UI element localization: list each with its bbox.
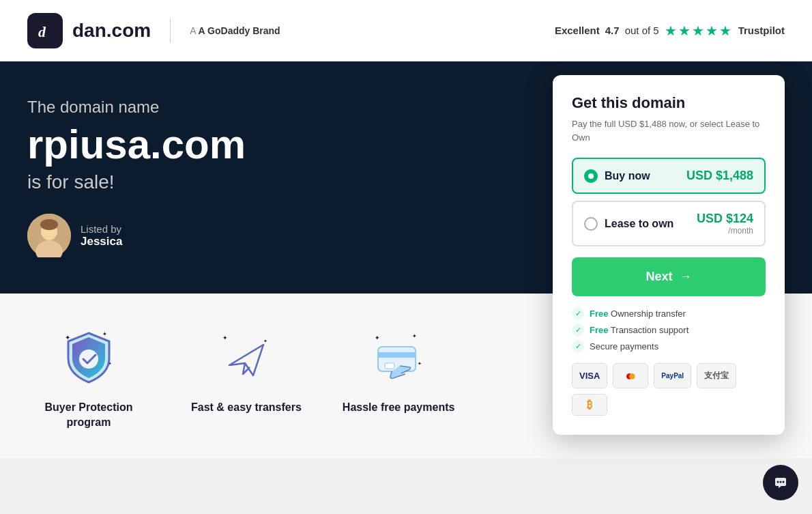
plane-icon: ✦ ✦: [216, 328, 277, 389]
listed-by: Listed by Jessica: [27, 214, 505, 257]
brand-label: A A GoDaddy Brand: [190, 25, 280, 36]
lease-price-section: USD $124 /month: [697, 212, 753, 235]
card-title: Get this domain: [572, 94, 766, 112]
hero-subtitle: The domain name: [27, 98, 505, 117]
feature-buyer-protection: ✦ ✦ ✦: [27, 328, 150, 431]
check-icon-2: ✓: [572, 324, 584, 336]
svg-point-21: [783, 481, 785, 483]
header: d dan.com A A GoDaddy Brand Excellent 4.…: [0, 0, 812, 61]
benefit-1-text: Free Ownership transfer: [590, 309, 686, 319]
trustpilot-score: 4.7: [605, 25, 620, 36]
check-icon-1: ✓: [572, 307, 584, 319]
mastercard-badge: ●●: [613, 363, 648, 388]
feature-buyer-protection-title: Buyer Protection program: [27, 400, 150, 431]
benefit-3-text: Secure payments: [590, 341, 658, 352]
trustpilot-logo: Trustpilot: [738, 25, 785, 36]
benefits-list: ✓ Free Ownership transfer ✓ Free Transac…: [572, 307, 766, 352]
listed-by-label: Listed by: [81, 223, 122, 235]
buy-now-radio[interactable]: [584, 169, 598, 183]
main-container: The domain name rpiusa.com is for sale! …: [0, 61, 812, 458]
paypal-badge: PayPal: [654, 363, 691, 388]
card-subtitle: Pay the full USD $1,488 now, or select L…: [572, 117, 766, 144]
listed-by-info: Listed by Jessica: [81, 223, 122, 248]
svg-text:✦: ✦: [222, 334, 228, 341]
benefit-2: ✓ Free Transaction support: [572, 324, 766, 336]
lease-price: USD $124: [697, 212, 753, 226]
hero-section: The domain name rpiusa.com is for sale! …: [0, 61, 812, 294]
bitcoin-badge: ₿: [572, 394, 607, 416]
lease-label: Lease to own: [605, 218, 673, 230]
svg-text:✦: ✦: [412, 333, 417, 339]
payment-methods: VISA ●● PayPal 支付宝 ₿: [572, 363, 766, 416]
benefit-1: ✓ Free Ownership transfer: [572, 307, 766, 319]
alipay-badge: 支付宝: [697, 363, 736, 388]
listed-by-name: Jessica: [81, 235, 122, 248]
svg-point-19: [777, 481, 779, 483]
feature-fast-easy-title: Fast & easy transfers: [191, 400, 302, 415]
svg-text:d: d: [38, 23, 46, 40]
svg-text:✦: ✦: [102, 331, 107, 337]
svg-text:✦: ✦: [375, 334, 380, 341]
hero-content: The domain name rpiusa.com is for sale! …: [27, 98, 505, 257]
free-tag-1: Free: [590, 309, 608, 319]
lease-radio[interactable]: [584, 217, 598, 231]
dan-logo-icon[interactable]: d: [27, 13, 63, 48]
svg-rect-16: [378, 352, 416, 358]
trustpilot-stars-icon: ★★★★★: [665, 23, 733, 39]
lease-option[interactable]: Lease to own USD $124 /month: [572, 201, 766, 246]
svg-point-9: [79, 349, 98, 369]
trustpilot-label: Excellent: [555, 25, 600, 36]
free-tag-2: Free: [590, 325, 608, 335]
logo-name[interactable]: dan.com: [72, 20, 151, 42]
next-button[interactable]: Next →: [572, 257, 766, 296]
hero-domain: rpiusa.com: [27, 122, 505, 167]
next-arrow-icon: →: [680, 270, 692, 284]
svg-rect-17: [385, 363, 394, 369]
lease-left: Lease to own: [584, 217, 673, 231]
chat-badge[interactable]: [763, 465, 798, 500]
check-icon-3: ✓: [572, 340, 584, 352]
feature-hassle-free: ✦ ✦ ✦ Hassle free payments: [343, 328, 455, 415]
shield-icon: ✦ ✦ ✦: [58, 328, 119, 389]
next-label: Next: [646, 270, 672, 284]
credit-card-icon: ✦ ✦ ✦: [368, 328, 429, 389]
trustpilot-section: Excellent 4.7 out of 5 ★★★★★ Trustpilot: [555, 23, 785, 39]
svg-text:✦: ✦: [418, 361, 422, 366]
buy-now-left: Buy now: [584, 169, 650, 183]
purchase-card: Get this domain Pay the full USD $1,488 …: [553, 75, 785, 435]
svg-point-20: [780, 481, 782, 483]
visa-badge: VISA: [572, 363, 607, 388]
hero-sale-text: is for sale!: [27, 171, 505, 193]
buy-now-option[interactable]: Buy now USD $1,488: [572, 158, 766, 194]
trustpilot-out-of: out of 5: [625, 25, 659, 36]
feature-fast-easy: ✦ ✦ Fast & easy transfers: [191, 328, 302, 415]
logo-divider: [170, 18, 171, 43]
benefit-2-text: Free Transaction support: [590, 325, 688, 335]
benefit-3: ✓ Secure payments: [572, 340, 766, 352]
buy-now-label: Buy now: [605, 170, 650, 182]
svg-point-5: [40, 219, 58, 230]
logo-section: d dan.com A A GoDaddy Brand: [27, 13, 280, 48]
feature-hassle-free-title: Hassle free payments: [343, 400, 455, 415]
svg-text:✦: ✦: [263, 339, 267, 343]
lease-period: /month: [697, 226, 753, 235]
avatar: [27, 214, 71, 257]
buy-now-price: USD $1,488: [686, 169, 753, 183]
